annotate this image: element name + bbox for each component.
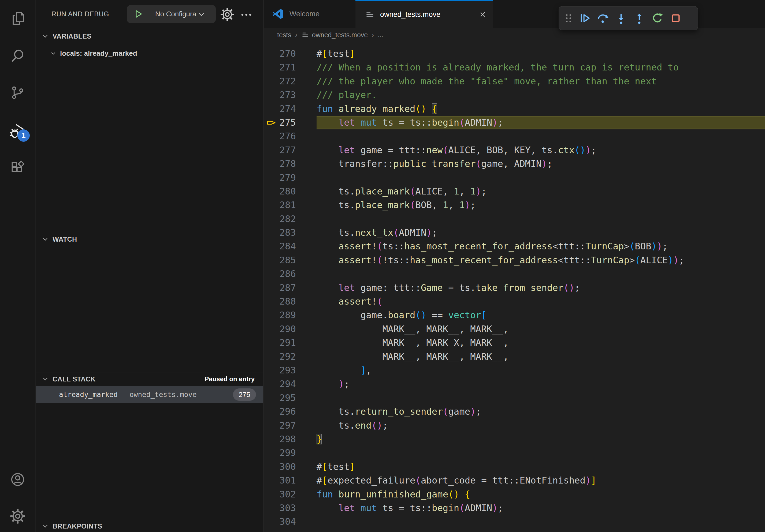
code-line[interactable]: 284 assert!(ts::has_most_recent_for_addr… bbox=[264, 239, 765, 253]
gutter[interactable]: 276 bbox=[264, 130, 317, 143]
code-line[interactable]: 279 bbox=[264, 171, 765, 184]
code-line[interactable]: 293 ], bbox=[264, 364, 765, 377]
code-line[interactable]: 285 assert!(!ts::has_most_recent_for_add… bbox=[264, 253, 765, 267]
gutter[interactable]: 285 bbox=[264, 253, 317, 267]
code-line[interactable]: 271/// When a position is already marked… bbox=[264, 61, 765, 74]
gutter[interactable]: 278 bbox=[264, 157, 317, 171]
gutter[interactable]: 304 bbox=[264, 515, 317, 529]
gutter[interactable]: 294 bbox=[264, 377, 317, 391]
line-number[interactable]: 283 bbox=[280, 226, 296, 239]
line-number[interactable]: 285 bbox=[280, 253, 296, 267]
code-line[interactable]: 299 bbox=[264, 446, 765, 460]
line-number[interactable]: 293 bbox=[280, 364, 296, 377]
tab-welcome[interactable]: Welcome bbox=[264, 0, 356, 28]
code-line[interactable]: 274fun already_marked() { bbox=[264, 102, 765, 116]
code-line[interactable]: 281 ts.place_mark(BOB, 1, 1); bbox=[264, 198, 765, 212]
line-number[interactable]: 301 bbox=[280, 474, 296, 487]
gutter[interactable]: 299 bbox=[264, 446, 317, 460]
code-line[interactable]: 282 bbox=[264, 212, 765, 226]
line-number[interactable]: 280 bbox=[280, 184, 296, 198]
code-line[interactable]: 287 let game: ttt::Game = ts.take_from_s… bbox=[264, 281, 765, 295]
code-line[interactable]: 297 ts.end(); bbox=[264, 419, 765, 432]
line-number[interactable]: 286 bbox=[280, 267, 296, 281]
sidebar-item-explorer[interactable] bbox=[9, 10, 27, 27]
line-number[interactable]: 272 bbox=[280, 75, 296, 88]
line-number[interactable]: 299 bbox=[280, 446, 296, 460]
code-line[interactable]: 294 ); bbox=[264, 377, 765, 391]
code-line[interactable]: 302fun burn_unfinished_game() { bbox=[264, 487, 765, 501]
gutter[interactable]: 287 bbox=[264, 281, 317, 295]
line-number[interactable]: 276 bbox=[280, 130, 296, 143]
code-line[interactable]: 280 ts.place_mark(ALICE, 1, 1); bbox=[264, 184, 765, 198]
line-number[interactable]: 270 bbox=[280, 47, 296, 61]
gutter[interactable]: 279 bbox=[264, 171, 317, 184]
code-line[interactable]: 300#[test] bbox=[264, 460, 765, 474]
gutter[interactable]: 291 bbox=[264, 336, 317, 350]
line-number[interactable]: 277 bbox=[280, 143, 296, 157]
line-number[interactable]: 275 bbox=[280, 116, 296, 130]
line-number[interactable]: 291 bbox=[280, 336, 296, 350]
debug-settings-button[interactable] bbox=[220, 7, 235, 22]
line-number[interactable]: 274 bbox=[280, 102, 296, 116]
line-number[interactable]: 304 bbox=[280, 515, 296, 529]
code-line[interactable]: 298} bbox=[264, 432, 765, 446]
continue-button[interactable] bbox=[575, 9, 594, 28]
gutter[interactable]: 284 bbox=[264, 239, 317, 253]
line-number[interactable]: 303 bbox=[280, 501, 296, 515]
line-number[interactable]: 284 bbox=[280, 239, 296, 253]
line-number[interactable]: 279 bbox=[280, 171, 296, 184]
line-number[interactable]: 282 bbox=[280, 212, 296, 226]
gutter[interactable]: 289 bbox=[264, 308, 317, 322]
code-line[interactable]: 275 let mut ts = ts::begin(ADMIN); bbox=[264, 116, 765, 130]
gutter[interactable]: 292 bbox=[264, 350, 317, 364]
toolbar-drag-handle[interactable] bbox=[561, 9, 575, 28]
variables-scope-locals[interactable]: locals: already_marked bbox=[36, 46, 263, 60]
gutter[interactable]: 296 bbox=[264, 405, 317, 418]
line-number[interactable]: 290 bbox=[280, 322, 296, 336]
gutter[interactable]: 283 bbox=[264, 226, 317, 239]
line-number[interactable]: 288 bbox=[280, 295, 296, 308]
line-number[interactable]: 278 bbox=[280, 157, 296, 171]
gutter[interactable]: 280 bbox=[264, 184, 317, 198]
line-number[interactable]: 287 bbox=[280, 281, 296, 295]
gutter[interactable]: 281 bbox=[264, 198, 317, 212]
code-line[interactable]: 304 bbox=[264, 515, 765, 529]
code-line[interactable]: 277 let game = ttt::new(ALICE, BOB, KEY,… bbox=[264, 143, 765, 157]
gutter[interactable]: 302 bbox=[264, 487, 317, 501]
code-line[interactable]: 301#[expected_failure(abort_code = ttt::… bbox=[264, 474, 765, 487]
gutter[interactable]: 270 bbox=[264, 47, 317, 61]
gutter[interactable]: 288 bbox=[264, 295, 317, 308]
code-line[interactable]: 272/// the player who made the "false" m… bbox=[264, 75, 765, 88]
code-line[interactable]: 288 assert!( bbox=[264, 295, 765, 308]
step-over-button[interactable] bbox=[594, 9, 612, 28]
line-number[interactable]: 271 bbox=[280, 61, 296, 74]
code-line[interactable]: 291 MARK__, MARK_X, MARK__, bbox=[264, 336, 765, 350]
sidebar-item-source-control[interactable] bbox=[9, 84, 27, 102]
gutter[interactable]: 301 bbox=[264, 474, 317, 487]
line-number[interactable]: 297 bbox=[280, 419, 296, 432]
gutter[interactable]: 293 bbox=[264, 364, 317, 377]
gutter[interactable]: 286 bbox=[264, 267, 317, 281]
gutter[interactable]: 295 bbox=[264, 391, 317, 405]
code-line[interactable]: 270#[test] bbox=[264, 47, 765, 61]
code-line[interactable]: 276 bbox=[264, 130, 765, 143]
step-out-button[interactable] bbox=[630, 9, 648, 28]
gutter[interactable]: 271 bbox=[264, 61, 317, 74]
breadcrumb-segment[interactable]: tests bbox=[277, 31, 291, 39]
step-into-button[interactable] bbox=[612, 9, 630, 28]
gutter[interactable]: 282 bbox=[264, 212, 317, 226]
code-line[interactable]: 273/// player. bbox=[264, 88, 765, 102]
sidebar-item-run-and-debug[interactable]: 1 bbox=[9, 122, 27, 139]
settings-button[interactable] bbox=[9, 507, 27, 525]
line-number[interactable]: 289 bbox=[280, 308, 296, 322]
gutter[interactable]: 300 bbox=[264, 460, 317, 474]
line-number[interactable]: 292 bbox=[280, 350, 296, 364]
account-button[interactable] bbox=[9, 471, 27, 488]
gutter[interactable]: 277 bbox=[264, 143, 317, 157]
line-number[interactable]: 296 bbox=[280, 405, 296, 418]
code-line[interactable]: 283 ts.next_tx(ADMIN); bbox=[264, 226, 765, 239]
code-line[interactable]: 290 MARK__, MARK__, MARK__, bbox=[264, 322, 765, 336]
breadcrumb-segment[interactable]: ... bbox=[378, 31, 383, 39]
breadcrumb-segment[interactable]: owned_tests.move bbox=[312, 31, 368, 39]
restart-button[interactable] bbox=[648, 9, 667, 28]
